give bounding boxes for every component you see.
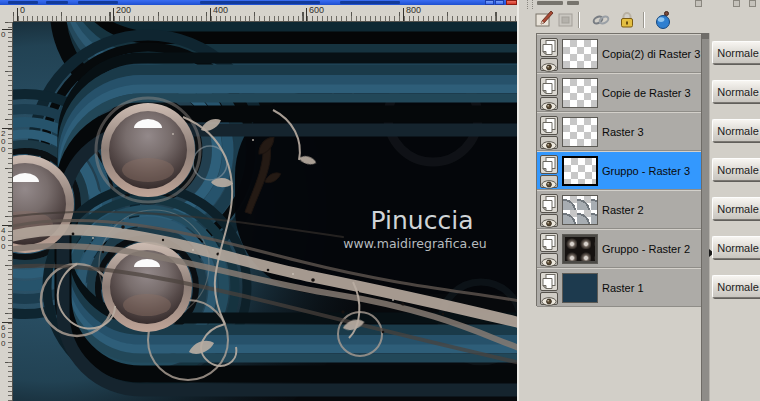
visibility-eye-icon[interactable] — [540, 58, 558, 71]
ruler-tick — [17, 8, 18, 21]
splitter-cap — [702, 33, 709, 39]
ruler-tick — [306, 8, 307, 21]
palette-grip[interactable] — [527, 0, 533, 9]
layer-thumbnail[interactable] — [562, 78, 598, 108]
ruler-label: 0 — [20, 5, 25, 15]
image-canvas[interactable]: Pinuccia www.maidiregrafica.eu — [13, 22, 517, 401]
layer-name: Copia(2) di Raster 3 — [602, 35, 700, 72]
blend-mode-button[interactable]: Normale — [712, 158, 760, 181]
titlebar-text-fragment — [46, 1, 68, 4]
visibility-eye-icon[interactable] — [540, 97, 558, 110]
layer-name: Raster 2 — [602, 191, 644, 228]
layer-row-copie-de-raster-3[interactable]: Copie de Raster 3 — [537, 73, 701, 112]
titlebar-text-fragment — [200, 1, 320, 4]
toolbar-separator — [578, 12, 579, 28]
artwork: Pinuccia www.maidiregrafica.eu — [13, 22, 517, 401]
blend-mode-button[interactable]: Normale — [712, 275, 760, 298]
mask-icon-disabled[interactable] — [556, 10, 576, 30]
ruler-tick — [113, 8, 114, 21]
visibility-eye-icon[interactable] — [540, 292, 558, 305]
palette-title-fragment — [537, 1, 563, 5]
blend-mode-button[interactable]: Normale — [712, 119, 760, 142]
layer-row-copia2-di-raster-3[interactable]: Copia(2) di Raster 3 — [537, 34, 701, 73]
palette-close-icon[interactable] — [749, 0, 756, 7]
ruler-label: 400 — [213, 5, 228, 15]
layers-toolbar — [519, 9, 760, 33]
layer-thumbnail[interactable] — [562, 234, 598, 264]
layer-name: Copie de Raster 3 — [602, 74, 691, 111]
layer-pages-icon[interactable] — [540, 194, 558, 213]
edit-brush-icon[interactable] — [535, 10, 555, 30]
layer-thumbnail[interactable] — [562, 195, 598, 225]
visibility-eye-icon[interactable] — [540, 214, 558, 227]
ruler-label: 600 — [1, 324, 8, 348]
horizontal-ruler: 0 200 400 600 800 — [13, 5, 517, 22]
visibility-eye-icon[interactable] — [540, 175, 558, 188]
blend-mode-button[interactable]: Normale — [712, 197, 760, 220]
blend-mode-button[interactable]: Normale — [712, 80, 760, 103]
palette-dock-icon[interactable] — [695, 0, 702, 7]
app-window: 0 200 400 600 800 0 200 400 600 — [0, 0, 760, 401]
pushpin-sphere-icon[interactable] — [653, 10, 673, 30]
layer-row-gruppo-raster-2[interactable]: Gruppo - Raster 2 — [537, 229, 701, 268]
vertical-ruler: 0 200 400 600 — [0, 22, 13, 401]
layer-pages-icon[interactable] — [540, 272, 558, 291]
layer-pages-icon[interactable] — [540, 155, 558, 174]
layer-thumbnail[interactable] — [562, 273, 598, 303]
ruler-label: 200 — [116, 5, 131, 15]
titlebar-text-fragment — [8, 1, 38, 4]
ruler-tick — [210, 8, 211, 21]
layer-name: Gruppo - Raster 2 — [602, 230, 690, 267]
layer-thumbnail[interactable] — [562, 156, 598, 186]
artwork-website-text: www.maidiregrafica.eu — [343, 236, 487, 251]
ruler-corner — [0, 5, 13, 22]
ruler-label: 0 — [1, 31, 8, 39]
lock-icon[interactable] — [617, 10, 637, 30]
layers-palette: Copia(2) di Raster 3 Copie de Raster 3 — [519, 0, 760, 401]
layer-pages-icon[interactable] — [540, 77, 558, 96]
titlebar-text-fragment — [340, 1, 400, 4]
layer-row-raster-1[interactable]: Raster 1 — [537, 268, 701, 307]
visibility-eye-icon[interactable] — [540, 136, 558, 149]
layer-list: Copia(2) di Raster 3 Copie de Raster 3 — [536, 33, 701, 306]
palette-splitter[interactable] — [701, 33, 710, 401]
layer-name: Gruppo - Raster 3 — [602, 152, 690, 189]
artwork-title-text: Pinuccia — [371, 206, 474, 235]
palette-title-fragment — [567, 1, 579, 5]
titlebar-text-fragment — [78, 1, 118, 4]
toolbar-separator — [643, 12, 644, 28]
layer-pages-icon[interactable] — [540, 116, 558, 135]
ruler-label: 400 — [1, 227, 8, 251]
layer-row-gruppo-raster-3-selected[interactable]: Gruppo - Raster 3 — [537, 151, 701, 190]
layer-name: Raster 3 — [602, 113, 644, 150]
layer-thumbnail[interactable] — [562, 117, 598, 147]
layer-row-raster-3[interactable]: Raster 3 — [537, 112, 701, 151]
orb-top — [96, 98, 200, 202]
layer-name: Raster 1 — [602, 269, 644, 306]
layer-pages-icon[interactable] — [540, 38, 558, 57]
blend-mode-button[interactable]: Normale — [712, 236, 760, 259]
link-chain-icon[interactable] — [591, 10, 611, 30]
ruler-label: 800 — [406, 5, 421, 15]
layer-pages-icon[interactable] — [540, 233, 558, 252]
blend-mode-button[interactable]: Normale — [712, 41, 760, 64]
palette-header[interactable] — [519, 0, 760, 9]
layer-thumbnail[interactable] — [562, 39, 598, 69]
layer-row-raster-2[interactable]: Raster 2 — [537, 190, 701, 229]
ruler-label: 200 — [1, 130, 8, 154]
visibility-eye-icon[interactable] — [540, 253, 558, 266]
palette-pin-icon[interactable] — [733, 0, 740, 7]
ruler-label: 600 — [309, 5, 324, 15]
ruler-tick — [403, 8, 404, 21]
